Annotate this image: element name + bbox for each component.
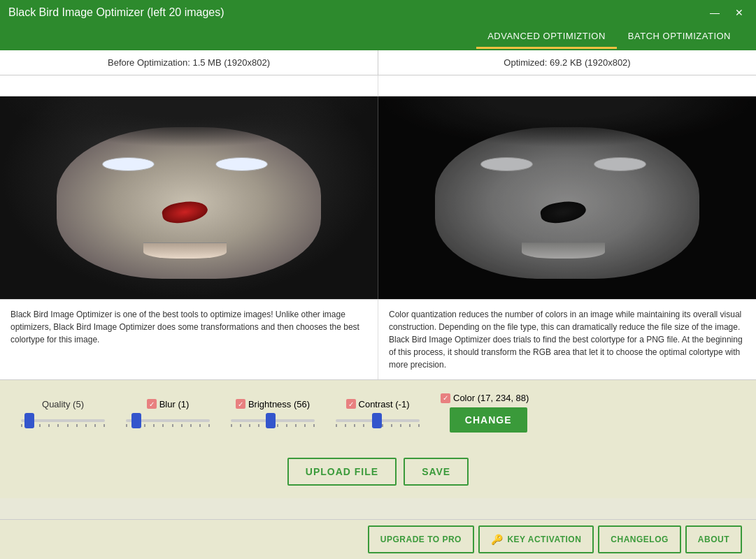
nav-tabs: ADVANCED OPTIMIZTION BATCH OPTIMIZATION: [0, 25, 756, 50]
brightness-checkbox-label: ✓ Brightness (56): [236, 399, 310, 409]
after-info: Optimized: 69.2 KB (1920x802): [378, 50, 756, 75]
color-checkbox[interactable]: ✓: [441, 393, 450, 403]
image-area: [0, 96, 756, 299]
quality-label: Quality (5): [42, 399, 84, 409]
brightness-label: Brightness (56): [248, 399, 310, 409]
key-activation-button[interactable]: 🔑 KEY ACTIVATION: [478, 525, 594, 553]
color-label: Color (17, 234, 88): [453, 393, 529, 403]
about-button[interactable]: ABOUT: [685, 525, 742, 553]
brightness-control: ✓ Brightness (56): [231, 399, 315, 427]
before-info: Before Optimization: 1.5 MB (1920x802): [0, 50, 378, 75]
bottom-buttons: UPLOAD FILE SAVE: [0, 445, 756, 498]
upgrade-button[interactable]: UPGRADE TO PRO: [368, 525, 474, 553]
blur-checkbox[interactable]: ✓: [147, 399, 157, 409]
desc-left: Black Bird Image Optimizer is one of the…: [0, 300, 378, 379]
key-activation-label: KEY ACTIVATION: [507, 535, 581, 544]
quality-slider[interactable]: [21, 414, 105, 427]
desc-right: Color quantization reduces the number of…: [378, 300, 756, 379]
brightness-slider[interactable]: [231, 414, 315, 427]
original-image-panel: [0, 96, 378, 299]
original-image: [0, 96, 378, 299]
quality-control: Quality (5): [21, 399, 105, 427]
change-button[interactable]: CHANGE: [450, 407, 527, 433]
close-button[interactable]: ✕: [731, 6, 748, 20]
blur-control: ✓ Blur (1): [126, 399, 210, 427]
minimize-button[interactable]: —: [706, 6, 724, 20]
blur-slider[interactable]: [126, 414, 210, 427]
footer: UPGRADE TO PRO 🔑 KEY ACTIVATION CHANGELO…: [0, 519, 756, 559]
description-area: Black Bird Image Optimizer is one of the…: [0, 299, 756, 379]
contrast-label: Contrast (-1): [359, 399, 410, 409]
color-checkbox-label: ✓ Color (17, 234, 88): [441, 393, 529, 403]
blur-checkbox-label: ✓ Blur (1): [147, 399, 190, 409]
tab-batch[interactable]: BATCH OPTIMIZATION: [617, 25, 742, 49]
contrast-slider[interactable]: [336, 414, 420, 427]
optimized-image-panel: [378, 96, 756, 299]
controls-area: Quality (5) ✓ Blur (1): [0, 379, 756, 445]
contrast-checkbox[interactable]: ✓: [346, 399, 356, 409]
blur-label: Blur (1): [159, 399, 190, 409]
window-controls: — ✕: [706, 6, 748, 20]
brightness-checkbox[interactable]: ✓: [236, 399, 245, 409]
save-button[interactable]: SAVE: [404, 458, 469, 486]
color-control: ✓ Color (17, 234, 88) CHANGE: [441, 393, 529, 433]
contrast-checkbox-label: ✓ Contrast (-1): [346, 399, 410, 409]
tab-advanced[interactable]: ADVANCED OPTIMIZTION: [476, 25, 617, 49]
contrast-control: ✓ Contrast (-1): [336, 399, 420, 427]
titlebar: Black Bird Image Optimizer (left 20 imag…: [0, 0, 756, 25]
optimized-image: [378, 96, 756, 299]
info-bar: Before Optimization: 1.5 MB (1920x802) O…: [0, 50, 756, 75]
changelog-button[interactable]: CHANGELOG: [598, 525, 681, 553]
app-title: Black Bird Image Optimizer (left 20 imag…: [8, 6, 224, 19]
upload-file-button[interactable]: UPLOAD FILE: [287, 458, 397, 486]
key-icon: 🔑: [491, 534, 504, 545]
